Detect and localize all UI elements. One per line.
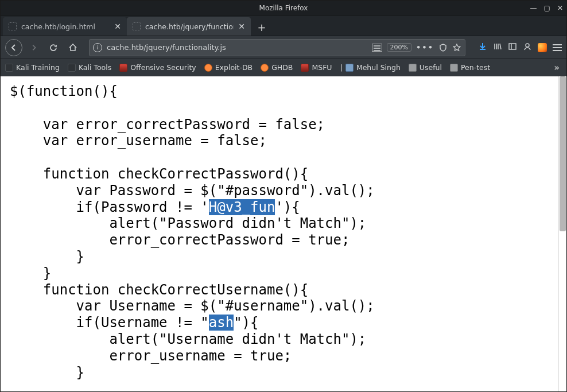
folder-icon [409, 64, 417, 72]
extension-icon[interactable] [538, 43, 547, 52]
back-button[interactable] [5, 39, 22, 56]
svg-point-1 [526, 44, 529, 47]
favicon-placeholder-icon [133, 22, 141, 30]
window-controls: — ▢ ✕ [530, 1, 563, 15]
tracking-shield-icon[interactable] [438, 43, 448, 52]
scrollbar-thumb[interactable] [560, 76, 566, 231]
bookmark-msfu[interactable]: MSFU [301, 63, 332, 72]
url-text: cache.htb/jquery/functionality.js [107, 43, 367, 52]
code-line: $(function(){ [10, 83, 118, 99]
window-title: Mozilla Firefox [259, 4, 308, 12]
separator: | [340, 63, 343, 72]
titlebar: Mozilla Firefox — ▢ ✕ [1, 1, 566, 15]
maximize-button[interactable]: ▢ [544, 4, 550, 12]
bookmark-label: Mehul Singh [356, 63, 401, 72]
page-actions-icon[interactable]: ••• [416, 43, 434, 52]
code-line: if(Username != " [10, 315, 209, 331]
new-tab-button[interactable]: + [253, 18, 270, 36]
bookmark-star-icon[interactable] [452, 43, 461, 52]
svg-rect-0 [509, 44, 516, 49]
code-line: error_correctPassword = true; [10, 232, 349, 248]
forward-button[interactable] [26, 40, 42, 56]
tab-close-button[interactable]: ✕ [238, 22, 245, 31]
bookmark-label: MSFU [312, 63, 332, 72]
code-line: } [10, 249, 84, 265]
code-line: function checkCorrectUsername(){ [10, 282, 308, 298]
tab-login[interactable]: cache.htb/login.html ✕ [3, 17, 127, 36]
code-line: } [10, 364, 84, 381]
code-line: alert("Username didn't Match"); [10, 331, 366, 347]
bookmark-icon [345, 64, 354, 72]
favicon-placeholder-icon [9, 22, 17, 30]
code-line: '){ [275, 199, 300, 215]
bookmark-label: Offensive Security [130, 63, 196, 72]
library-icon[interactable] [493, 42, 502, 53]
code-line: "){ [234, 315, 258, 331]
toolbar-right [478, 42, 562, 53]
bookmark-kali-training[interactable]: Kali Training [5, 63, 60, 72]
bookmark-label: Pen-test [461, 63, 490, 72]
tab-label: cache.htb/login.html [21, 22, 110, 31]
bookmarks-overflow-button[interactable]: » [554, 62, 562, 73]
source-code-view[interactable]: $(function(){ var error_correctPassword … [1, 76, 558, 391]
bookmark-exploit-db[interactable]: Exploit-DB [204, 63, 253, 72]
minimize-button[interactable]: — [530, 4, 537, 12]
bookmark-kali-tools[interactable]: Kali Tools [68, 63, 111, 72]
bookmark-icon [5, 64, 13, 72]
bookmark-icon [119, 64, 127, 72]
menu-icon[interactable] [553, 44, 562, 51]
bookmark-pen-test[interactable]: Pen-test [450, 63, 490, 72]
bookmark-label: GHDB [271, 63, 293, 72]
code-line: error_username = true; [10, 348, 292, 364]
code-line: var error_username = false; [10, 133, 267, 149]
tab-close-button[interactable]: ✕ [114, 22, 121, 31]
bookmark-ghdb[interactable]: GHDB [261, 63, 293, 72]
account-icon[interactable] [523, 42, 532, 53]
bookmark-icon [204, 64, 212, 72]
code-line: if(Password != ' [10, 199, 209, 215]
bookmark-offensive-security[interactable]: Offensive Security [119, 63, 196, 72]
close-button[interactable]: ✕ [557, 4, 563, 12]
content-area: $(function(){ var error_correctPassword … [1, 76, 566, 391]
bookmark-useful[interactable]: Useful [409, 63, 442, 72]
bookmark-label: Useful [420, 63, 442, 72]
firefox-window: Mozilla Firefox — ▢ ✕ cache.htb/login.ht… [0, 0, 567, 392]
downloads-icon[interactable] [478, 42, 487, 53]
code-line: function checkCorrectPassword(){ [10, 166, 308, 182]
bookmark-icon [301, 64, 309, 72]
code-line: alert("Password didn't Match"); [10, 215, 366, 231]
tab-strip: cache.htb/login.html ✕ cache.htb/jquery/… [1, 15, 566, 36]
zoom-badge[interactable]: 200% [387, 43, 411, 52]
code-line: } [10, 265, 51, 281]
code-line [10, 149, 43, 165]
reload-button[interactable] [45, 40, 61, 56]
code-line: var Password = $("#password").val(); [10, 183, 375, 199]
highlighted-username: ash [209, 315, 234, 331]
bookmark-label: Kali Training [16, 63, 60, 72]
code-line [10, 100, 43, 116]
home-button[interactable] [65, 40, 81, 56]
reader-mode-icon[interactable] [372, 44, 382, 52]
site-info-icon[interactable]: i [93, 43, 102, 52]
bookmark-icon [68, 64, 76, 72]
tab-functionality-js[interactable]: cache.htb/jquery/functionalit ✕ [127, 17, 251, 36]
bookmark-label: Kali Tools [79, 63, 111, 72]
bookmarks-toolbar: Kali Training Kali Tools Offensive Secur… [1, 59, 566, 76]
vertical-scrollbar[interactable] [558, 76, 566, 391]
bookmark-label: Exploit-DB [215, 63, 253, 72]
highlighted-password: H@v3_fun [209, 199, 275, 215]
folder-icon [450, 64, 458, 72]
nav-toolbar: i cache.htb/jquery/functionality.js 200%… [1, 36, 566, 59]
sidebar-icon[interactable] [508, 42, 517, 53]
code-line: var Username = $("#username").val(); [10, 298, 375, 314]
bookmark-mehul-singh[interactable]: |Mehul Singh [340, 63, 401, 72]
code-line: var error_correctPassword = false; [10, 117, 325, 133]
url-bar[interactable]: i cache.htb/jquery/functionality.js 200%… [89, 39, 465, 56]
tab-label: cache.htb/jquery/functionalit [145, 22, 234, 31]
bookmark-icon [261, 64, 269, 72]
